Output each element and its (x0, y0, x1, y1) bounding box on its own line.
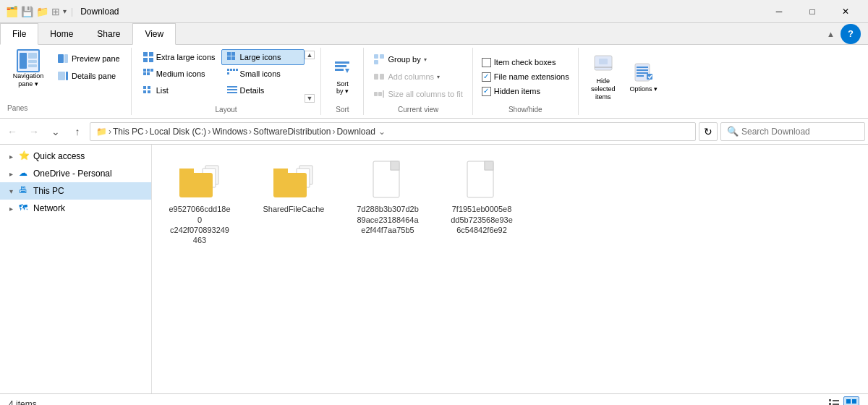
list-view-button[interactable] (826, 396, 842, 405)
panes-group: Navigationpane ▾ Preview pane Detail (0, 48, 132, 115)
folder-icon-2 (272, 160, 315, 200)
search-box[interactable]: 🔍 (720, 122, 865, 141)
size-all-button[interactable]: Size all columns to fit (370, 86, 466, 102)
large-icons-button[interactable]: Large icons (221, 49, 305, 65)
ribbon: Navigationpane ▾ Preview pane Detail (0, 45, 868, 119)
sidebar-item-quickaccess[interactable]: ▸ ⭐ Quick access (0, 148, 151, 165)
svg-rect-3 (28, 64, 37, 67)
onedrive-chevron: ▸ (6, 170, 16, 178)
file-extensions-toggle[interactable]: File name extensions (479, 71, 572, 83)
ribbon-collapse[interactable]: ▲ (827, 30, 835, 38)
item-checkboxes-checkbox (482, 58, 491, 67)
main-area: ▸ ⭐ Quick access ▸ ☁ OneDrive - Personal… (0, 145, 868, 393)
svg-rect-10 (143, 58, 148, 62)
svg-rect-15 (231, 56, 235, 60)
sidebar-item-onedrive[interactable]: ▸ ☁ OneDrive - Personal (0, 165, 151, 182)
hidden-items-toggle[interactable]: Hidden items (479, 85, 572, 98)
svg-rect-26 (143, 86, 146, 89)
address-bar: ← → ⌄ ↑ 📁 › This PC › Local Disk (C:) › … (0, 119, 868, 145)
add-columns-label: Add columns (388, 72, 434, 81)
path-part-softwaredist[interactable]: SoftwareDistribution (253, 127, 331, 137)
address-path[interactable]: 📁 › This PC › Local Disk (C:) › Windows … (90, 122, 696, 141)
file-area: e9527066cdd18e0c242f070893249463 SharedF… (152, 145, 868, 393)
details-button[interactable]: Details (221, 82, 305, 98)
svg-rect-52 (637, 72, 648, 74)
path-part-folder[interactable]: 📁 (96, 127, 107, 137)
path-part-localdisk[interactable]: Local Disk (C:) (150, 127, 207, 137)
actions-group: Hide selecteditems Options ▾ x (579, 48, 668, 115)
showhide-label: Show/hide (509, 106, 542, 114)
svg-rect-8 (143, 52, 148, 56)
sort-group: Sortby ▾ Sort (321, 48, 364, 115)
list-item[interactable]: SharedFileCache (258, 156, 330, 218)
forward-button[interactable]: → (25, 122, 43, 141)
recent-button[interactable]: ⌄ (46, 122, 65, 141)
svg-rect-75 (846, 399, 851, 404)
svg-rect-69 (829, 399, 831, 401)
path-sep-3: › (208, 127, 210, 137)
details-label: Details (240, 86, 265, 95)
list-button[interactable]: List (137, 82, 221, 98)
file-label-4: 7f1951eb0005e8dd5b723568e93e6c54842f6e92 (451, 204, 513, 235)
hide-selected-button[interactable]: Hide selecteditems (584, 49, 622, 104)
group-by-label: Group by (388, 55, 420, 64)
svg-rect-31 (227, 89, 237, 90)
large-view-button[interactable] (843, 396, 859, 405)
nav-pane-label: Navigationpane ▾ (13, 72, 44, 88)
current-view-group: Group by ▾ + Add columns ▾ Size all col (364, 48, 472, 115)
navigation-pane-button[interactable]: Navigationpane ▾ (7, 51, 49, 87)
layout-down-arrow[interactable]: ▼ (305, 94, 315, 103)
network-label: Network (33, 203, 145, 213)
path-part-download[interactable]: Download (336, 127, 375, 137)
minimize-button[interactable]: ─ (762, 0, 796, 23)
details-pane-button[interactable]: Details pane (54, 68, 124, 84)
tab-home[interactable]: Home (38, 23, 85, 44)
preview-pane-button[interactable]: Preview pane (54, 51, 124, 67)
add-columns-button[interactable]: + Add columns ▾ (370, 69, 466, 85)
list-item[interactable]: 7d288b3b307d2b89ace23188464ae2f44f7aa75b… (352, 156, 424, 239)
layout-arrows: ▲ ▼ (305, 49, 315, 104)
sidebar-item-network[interactable]: ▸ 🗺 Network (0, 200, 151, 217)
small-icons-button[interactable]: Small icons (221, 66, 305, 82)
title-bar: 🗂️ 💾 📁 ⊞ ▾ | Download ─ □ ✕ (0, 0, 868, 23)
up-button[interactable]: ↑ (68, 122, 87, 141)
item-checkboxes-toggle[interactable]: Item check boxes (479, 56, 572, 69)
folder-svg-1 (178, 160, 221, 200)
hidden-items-checkbox (482, 87, 491, 96)
pane-side-buttons: Preview pane Details pane (54, 51, 124, 84)
svg-rect-11 (149, 58, 153, 62)
thispc-label: This PC (33, 186, 145, 196)
qat-icon-4[interactable]: ⊞ (51, 6, 60, 17)
close-button[interactable]: ✕ (829, 0, 862, 23)
options-icon (632, 61, 655, 84)
qat-icon-2[interactable]: 💾 (21, 6, 33, 17)
sort-by-button[interactable]: Sortby ▾ (326, 55, 359, 98)
tab-share[interactable]: Share (85, 23, 132, 44)
tab-view[interactable]: View (132, 23, 176, 45)
group-by-button[interactable]: Group by ▾ (370, 51, 466, 67)
path-part-windows[interactable]: Windows (212, 127, 247, 137)
options-button[interactable]: Options ▾ (625, 57, 663, 96)
maximize-button[interactable]: □ (796, 0, 829, 23)
medium-icons-button[interactable]: Medium icons (137, 66, 221, 82)
refresh-button[interactable]: ↻ (699, 122, 718, 141)
svg-rect-29 (148, 90, 150, 93)
help-button[interactable]: ? (841, 24, 861, 44)
search-input[interactable] (741, 127, 859, 137)
list-item[interactable]: e9527066cdd18e0c242f070893249463 (163, 156, 236, 249)
sidebar-item-thispc[interactable]: ▾ 🖶 This PC (0, 182, 151, 200)
qat-icon-3[interactable]: 📁 (36, 6, 48, 17)
tab-file[interactable]: File (0, 23, 38, 45)
quickaccess-chevron: ▸ (6, 153, 16, 161)
back-button[interactable]: ← (3, 122, 22, 141)
extra-large-icons-button[interactable]: Extra large icons (137, 49, 221, 65)
qat-dropdown[interactable]: ▾ (63, 7, 67, 15)
network-icon: 🗺 (19, 202, 30, 214)
panes-label: Panes (7, 104, 27, 112)
qat-icon-1[interactable]: 🗂️ (6, 6, 18, 17)
path-dropdown-arrow[interactable]: ⌄ (378, 127, 386, 137)
layout-up-arrow[interactable]: ▲ (305, 51, 315, 59)
path-part-thispc[interactable]: This PC (113, 127, 144, 137)
list-item[interactable]: 7f1951eb0005e8dd5b723568e93e6c54842f6e92 (446, 156, 518, 239)
svg-rect-27 (148, 86, 150, 89)
